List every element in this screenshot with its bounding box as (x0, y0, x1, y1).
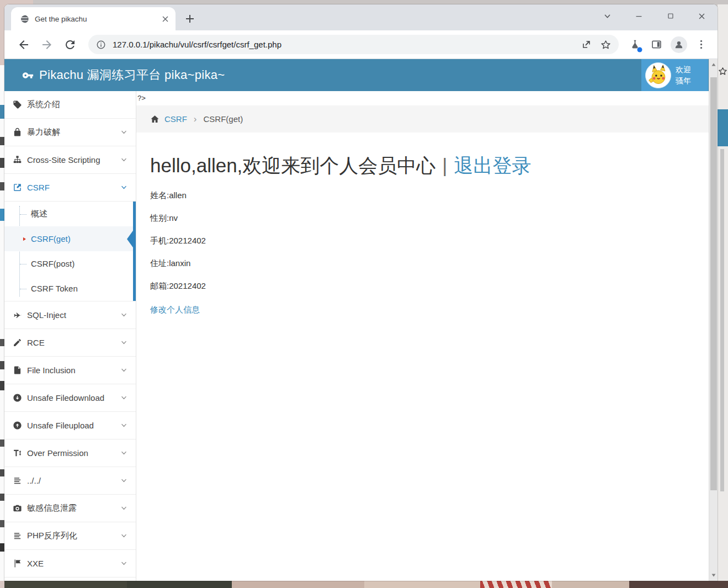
profile-avatar[interactable] (671, 36, 687, 53)
caret-right-icon (22, 236, 27, 242)
url-text[interactable]: 127.0.0.1/pikachu/vul/csrf/csrfget/csrf_… (113, 40, 572, 49)
background-window-edge (718, 4, 728, 581)
sidebar-subitem[interactable]: CSRF(post) (4, 251, 136, 276)
sidebar-subitem[interactable]: CSRF Token (4, 276, 136, 301)
sidebar-item-icon (13, 393, 22, 402)
sidebar-item[interactable]: CSRF (4, 174, 136, 202)
sidebar-item[interactable]: 暴力破解 (4, 119, 136, 146)
app-title: Pikachu 漏洞练习平台 pika~pika~ (39, 67, 225, 83)
sidebar-item-label: RCE (27, 338, 45, 347)
scroll-down-icon[interactable] (710, 572, 717, 579)
breadcrumb-section-link[interactable]: CSRF (164, 114, 187, 124)
sidebar-item[interactable]: PHP反序列化 (4, 522, 136, 550)
sidebar-item-icon (13, 559, 22, 568)
sidebar-subitem-label: CSRF(get) (31, 234, 71, 243)
sidebar-item[interactable]: 敏感信息泄露 (4, 495, 136, 522)
sidebar-item[interactable]: XXE (4, 550, 136, 578)
globe-favicon-icon (20, 14, 29, 24)
bookmark-star-icon[interactable] (601, 39, 611, 50)
scroll-up-icon[interactable] (710, 61, 717, 68)
sidebar-item-label: Over Permission (27, 448, 88, 458)
sidebar-item[interactable]: 系统介绍 (4, 91, 136, 119)
new-tab-button[interactable] (183, 12, 196, 25)
sidebar-item-label: SQL-Inject (27, 310, 66, 320)
welcome-line2: 骚年 (676, 75, 691, 86)
tab-search-chevron-icon[interactable] (592, 7, 623, 25)
sidebar-item[interactable]: Cross-Site Scripting (4, 146, 136, 174)
sidebar-item[interactable]: Unsafe Fileupload (4, 412, 136, 439)
sidebar-subitem-label: CSRF Token (31, 284, 78, 293)
sidebar-item-label: XXE (27, 559, 44, 568)
logout-link[interactable]: 退出登录 (454, 155, 531, 176)
sidebar-item-label: PHP反序列化 (27, 531, 77, 541)
sidebar-item-icon (13, 183, 22, 192)
person-icon (673, 39, 684, 50)
heading-text: hello,allen,欢迎来到个人会员中心 (150, 155, 435, 176)
sidebar-item-icon (13, 531, 22, 541)
browser-tab[interactable]: Get the pikachu (11, 7, 176, 30)
sidebar-item[interactable]: Unsafe Filedownload (4, 384, 136, 412)
profile-field: 邮箱:20212402 (150, 281, 709, 292)
sidebar-item-icon (13, 155, 22, 165)
edit-profile-link[interactable]: 修改个人信息 (150, 305, 200, 315)
chevron-down-icon (120, 560, 127, 567)
welcome-text: 欢迎 骚年 (676, 64, 691, 86)
side-panel-icon[interactable] (651, 39, 662, 50)
home-icon[interactable] (150, 114, 160, 124)
sidebar-item-label: Cross-Site Scripting (27, 155, 100, 165)
background-fragment (0, 158, 4, 168)
tab-close-icon[interactable] (161, 14, 170, 24)
close-window-button[interactable] (686, 7, 718, 25)
sidebar-subitem[interactable]: 概述 (4, 202, 136, 226)
heading-separator: | (442, 155, 447, 176)
background-fragment (0, 339, 4, 346)
breadcrumb-separator-icon: › (194, 114, 197, 125)
background-fragment (0, 494, 4, 501)
profile-fields: 姓名:allen 性别:nv 手机:20212402 住址:lanxin 邮箱:… (150, 190, 709, 292)
page-content: Pikachu 漏洞练习平台 pika~pika~ 欢迎 骚年 (4, 59, 709, 581)
back-button[interactable] (17, 38, 30, 51)
sidebar-item-icon (13, 365, 22, 375)
wallpaper-block (480, 581, 552, 588)
sidebar-subitem[interactable]: CSRF(get) (4, 226, 136, 251)
wallpaper-block (127, 581, 232, 588)
toolbar-actions (624, 36, 712, 53)
browser-menu-icon[interactable] (695, 39, 707, 50)
forward-button[interactable] (40, 38, 54, 51)
sidebar-item[interactable]: ../../ (4, 467, 136, 495)
sidebar-item-label: 敏感信息泄露 (27, 503, 77, 513)
sidebar-item-label: Unsafe Filedownload (27, 393, 104, 402)
chevron-down-icon (120, 367, 127, 374)
sidebar-item[interactable]: File Inclusion (4, 357, 136, 384)
share-icon[interactable] (581, 39, 592, 50)
csrf-submenu: 概述 CSRF(get) CSRF(post) (4, 202, 136, 301)
sidebar-item[interactable]: Over Permission (4, 439, 136, 467)
breadcrumb-current: CSRF(get) (204, 114, 243, 124)
scrollbar-thumb[interactable] (710, 77, 717, 490)
background-fragment (0, 209, 4, 221)
tab-strip: Get the pikachu (4, 4, 718, 30)
welcome-badge[interactable]: 欢迎 骚年 (641, 59, 708, 91)
sidebar-item-icon (13, 448, 22, 458)
site-info-icon[interactable] (96, 40, 106, 50)
wallpaper-block (629, 581, 728, 588)
sidebar-subitem-label: CSRF(post) (31, 259, 75, 268)
minimize-button[interactable] (623, 7, 655, 25)
key-icon (22, 70, 34, 81)
background-fragment (0, 469, 4, 476)
experiments-flask-icon[interactable] (629, 39, 641, 50)
reload-button[interactable] (63, 38, 77, 51)
window-controls (592, 4, 718, 28)
background-fragment (0, 381, 4, 390)
maximize-button[interactable] (655, 7, 686, 25)
sidebar-item[interactable]: SQL-Inject (4, 301, 136, 329)
chevron-down-icon (120, 394, 127, 401)
page-scrollbar[interactable] (709, 59, 718, 581)
php-code-fragment: ?> (136, 91, 709, 105)
wallpaper-block (364, 581, 480, 588)
main-content: ?> CSRF › CSRF(get) hello,allen,欢迎来到个人会员… (136, 91, 709, 581)
address-bar[interactable]: 127.0.0.1/pikachu/vul/csrf/csrfget/csrf_… (88, 35, 619, 54)
chevron-down-icon (120, 449, 127, 457)
background-scrollbar (720, 149, 724, 491)
sidebar-item[interactable]: RCE (4, 329, 136, 357)
